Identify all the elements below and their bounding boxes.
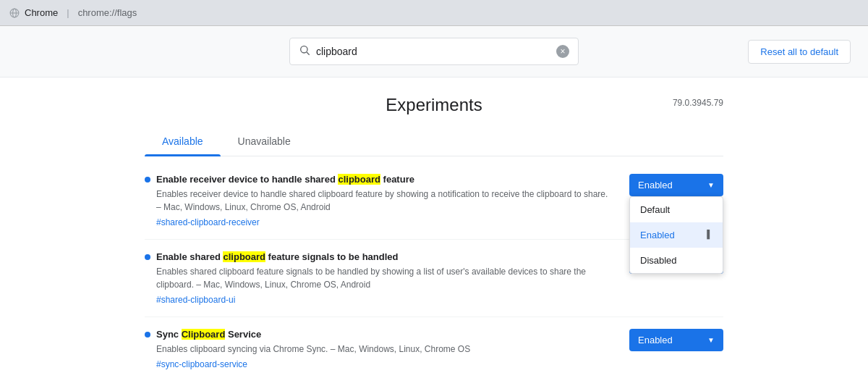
experiment-title: Sync Clipboard Service	[156, 329, 615, 340]
experiment-left: Sync Clipboard Service Enables clipboard…	[145, 329, 615, 369]
svg-line-4	[307, 52, 310, 55]
dropdown-option-default[interactable]: Default	[630, 197, 723, 222]
reset-all-button[interactable]: Reset all to default	[748, 40, 851, 64]
page-title: Experiments	[386, 95, 482, 115]
experiment-info: Sync Clipboard Service Enables clipboard…	[156, 329, 615, 369]
experiment-link[interactable]: #sync-clipboard-service	[156, 359, 247, 369]
tab-unavailable[interactable]: Unavailable	[221, 127, 308, 156]
tab-available[interactable]: Available	[145, 127, 221, 156]
tab-separator: |	[67, 7, 69, 18]
dropdown-option-disabled[interactable]: Disabled	[630, 248, 723, 273]
experiment-link[interactable]: #shared-clipboard-receiver	[156, 217, 260, 227]
experiment-desc: Enables clipboard syncing via Chrome Syn…	[156, 343, 615, 356]
tab-title: Chrome	[25, 7, 58, 18]
experiment-left: Enable shared clipboard feature signals …	[145, 251, 615, 305]
experiment-title: Enable shared clipboard feature signals …	[156, 251, 615, 262]
version-text: 79.0.3945.79	[673, 98, 723, 108]
search-area: × Reset all to default	[0, 26, 868, 77]
experiment-title: Enable receiver device to handle shared …	[156, 174, 615, 185]
experiment-item: Enable receiver device to handle shared …	[145, 162, 723, 240]
globe-icon	[9, 7, 20, 19]
experiment-control: Enabled ▼ Default Enabled ▌ Disabled	[629, 174, 723, 196]
experiment-link[interactable]: #shared-clipboard-ui	[156, 295, 235, 305]
tabs-container: Available Unavailable	[145, 127, 723, 156]
clear-icon[interactable]: ×	[556, 45, 569, 58]
dropdown-button[interactable]: Enabled ▼	[629, 329, 723, 351]
experiment-item: Sync Clipboard Service Enables clipboard…	[145, 317, 723, 373]
experiment-info: Enable shared clipboard feature signals …	[156, 251, 615, 305]
main-content: Experiments 79.0.3945.79 Available Unava…	[0, 77, 868, 373]
chevron-down-icon: ▼	[707, 336, 715, 344]
search-icon	[299, 44, 310, 59]
svg-point-3	[301, 46, 307, 53]
active-dot	[145, 332, 150, 338]
experiment-info: Enable receiver device to handle shared …	[156, 174, 615, 227]
experiments-list: Enable receiver device to handle shared …	[145, 162, 723, 373]
search-input[interactable]	[316, 46, 550, 57]
experiment-control: Enabled ▼	[629, 329, 723, 351]
experiment-left: Enable receiver device to handle shared …	[145, 174, 615, 227]
url-text: chrome://flags	[78, 7, 137, 18]
chevron-down-icon: ▼	[707, 181, 715, 189]
dropdown-menu: Default Enabled ▌ Disabled	[629, 196, 723, 274]
tab-area: Chrome | chrome://flags	[9, 7, 137, 19]
dropdown-button[interactable]: Enabled ▼	[629, 174, 723, 196]
cursor-indicator: ▌	[707, 230, 712, 238]
active-dot	[145, 177, 150, 183]
top-bar: Chrome | chrome://flags	[0, 0, 868, 26]
dropdown-option-enabled[interactable]: Enabled ▌	[630, 222, 723, 248]
search-box: ×	[289, 38, 579, 65]
active-dot	[145, 254, 150, 260]
experiment-desc: Enables receiver device to handle shared…	[156, 188, 615, 214]
experiment-desc: Enables shared clipboard feature signals…	[156, 265, 615, 291]
experiments-header: Experiments 79.0.3945.79	[145, 77, 723, 115]
